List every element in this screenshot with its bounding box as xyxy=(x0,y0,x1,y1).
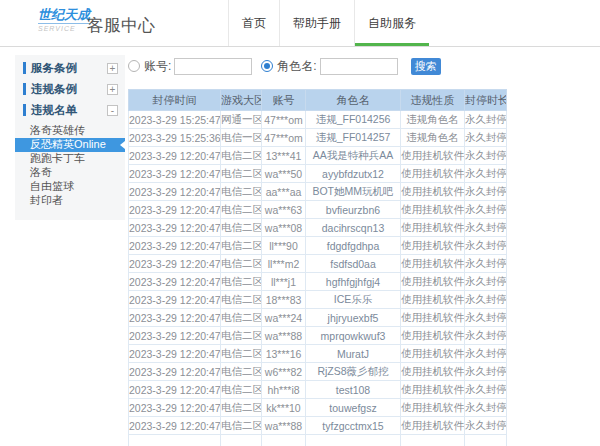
table-cell: 电信二区 xyxy=(221,363,262,381)
table-cell: 使用挂机软件 xyxy=(401,255,465,273)
account-label: 账号: xyxy=(144,58,171,75)
table-cell: 电信二区 xyxy=(221,147,262,165)
table-cell: 电信二区 xyxy=(221,165,262,183)
table-cell: 2023-3-29 12:20:47 xyxy=(129,309,221,327)
sidebar-section[interactable]: 违规名单- xyxy=(15,101,125,119)
table-cell: wa***24 xyxy=(262,309,306,327)
table-cell: AA我是特种兵AA xyxy=(306,147,401,165)
table-row: 2023-3-29 12:20:47电信二区kk***10touwefgsz使用… xyxy=(129,399,507,417)
sidebar-game-item[interactable]: 洛奇 xyxy=(15,166,125,180)
table-cell: 永久封停 xyxy=(465,111,507,129)
table-row: 2023-3-29 12:20:47电信二区w6***82RjZS8薇彡郁挖使用… xyxy=(129,363,507,381)
sidebar-game-item[interactable]: 跑跑卡丁车 xyxy=(15,152,125,166)
table-cell: 2023-3-29 12:20:47 xyxy=(129,273,221,291)
table-row: 2023-3-29 12:20:47电信二区wa***88mprqowkwuf3… xyxy=(129,327,507,345)
table-row: 2023-3-29 12:20:47电信二区wa***24jhjryuexbf5… xyxy=(129,309,507,327)
nav-tab[interactable]: 首页 xyxy=(228,0,279,46)
table-cell xyxy=(129,435,221,446)
search-button[interactable]: 搜索 xyxy=(411,58,441,75)
table-cell: 2023-3-29 15:25:36 xyxy=(129,129,221,147)
table-cell: 2023-3-29 12:20:47 xyxy=(129,381,221,399)
table-row: 2023-3-29 12:20:47电信二区wa***63bvfieurzbn6… xyxy=(129,201,507,219)
table-cell: 永久封停 xyxy=(465,129,507,147)
sidebar-section[interactable]: 违规条例+ xyxy=(15,80,125,98)
table-cell: 永久封停 xyxy=(465,147,507,165)
table-cell: MuratJ xyxy=(306,345,401,363)
table-cell: 电信二区 xyxy=(221,327,262,345)
role-input[interactable] xyxy=(320,58,398,75)
top-header: 世纪天成 SERVICE 客服中心 首页帮助手册自助服务 xyxy=(0,0,600,47)
sidebar-game-item[interactable]: 自由篮球 xyxy=(15,180,125,194)
table-row: 2023-3-29 12:20:47电信二区wa***50ayybfdzutx1… xyxy=(129,165,507,183)
sidebar-game-item[interactable]: 封印者 xyxy=(15,194,125,208)
table-cell: 2023-3-29 12:20:47 xyxy=(129,291,221,309)
table-cell: 13***16 xyxy=(262,345,306,363)
table-cell: touwefgsz xyxy=(306,399,401,417)
nav-tab[interactable]: 自助服务 xyxy=(354,0,429,46)
table-cell: 使用挂机软件 xyxy=(401,309,465,327)
site-logo: 世纪天成 SERVICE 客服中心 xyxy=(38,8,155,35)
table-cell xyxy=(262,435,306,446)
table-cell: 电信二区 xyxy=(221,381,262,399)
table-cell: 永久封停 xyxy=(465,237,507,255)
sidebar-game-item[interactable]: 反恐精英Online xyxy=(15,138,125,152)
table-cell: 2023-3-29 12:20:47 xyxy=(129,417,221,435)
main-content: 账号: 角色名: 搜索 封停时间游戏大区账号角色名违规性质封停时长 2023-3… xyxy=(128,57,506,446)
plus-icon[interactable]: + xyxy=(107,63,118,74)
table-cell: 47***om xyxy=(262,129,306,147)
column-header: 账号 xyxy=(262,90,306,111)
main-nav: 首页帮助手册自助服务 xyxy=(228,0,429,46)
ban-list-table: 封停时间游戏大区账号角色名违规性质封停时长 2023-3-29 15:25:47… xyxy=(128,89,507,446)
account-radio[interactable] xyxy=(128,60,140,72)
table-cell: 永久封停 xyxy=(465,201,507,219)
logo-brand-text: 世纪天成 xyxy=(38,8,90,24)
sidebar-section-label: 违规名单 xyxy=(31,103,77,118)
table-cell: 18***83 xyxy=(262,291,306,309)
table-cell: 47***om xyxy=(262,111,306,129)
table-cell: 违规角色名 xyxy=(401,111,465,129)
table-cell: 电信二区 xyxy=(221,309,262,327)
table-cell: 2023-3-29 12:20:47 xyxy=(129,237,221,255)
nav-tab[interactable]: 帮助手册 xyxy=(279,0,354,46)
selected-arrow-icon xyxy=(120,141,125,149)
sidebar-section[interactable]: 服务条例+ xyxy=(15,59,125,77)
sidebar-game-item[interactable]: 洛奇英雄传 xyxy=(15,124,125,138)
table-cell: 电信二区 xyxy=(221,237,262,255)
table-cell: 2023-3-29 12:20:47 xyxy=(129,147,221,165)
table-cell: RjZS8薇彡郁挖 xyxy=(306,363,401,381)
table-cell: 电信二区 xyxy=(221,201,262,219)
table-header-row: 封停时间游戏大区账号角色名违规性质封停时长 xyxy=(129,90,507,111)
table-cell: 电信二区 xyxy=(221,417,262,435)
table-cell: 使用挂机软件 xyxy=(401,327,465,345)
plus-icon[interactable]: + xyxy=(107,84,118,95)
role-radio[interactable] xyxy=(261,60,273,72)
column-header: 违规性质 xyxy=(401,90,465,111)
table-cell: ll***90 xyxy=(262,237,306,255)
table-cell: 电信二区 xyxy=(221,345,262,363)
table-cell xyxy=(465,435,507,446)
table-cell: bvfieurzbn6 xyxy=(306,201,401,219)
table-cell: 违规_FF014257 xyxy=(306,129,401,147)
table-row: 2023-3-29 12:20:47电信二区ll***j1hgfhfgjhfgj… xyxy=(129,273,507,291)
table-cell: 2023-3-29 15:25:47 xyxy=(129,111,221,129)
table-cell xyxy=(221,435,262,446)
account-input[interactable] xyxy=(174,58,252,75)
table-cell: BOT她MM玩机吧 xyxy=(306,183,401,201)
sidebar: 服务条例+违规条例+违规名单- 洛奇英雄传反恐精英Online跑跑卡丁车洛奇自由… xyxy=(15,55,125,220)
table-cell: 使用挂机软件 xyxy=(401,201,465,219)
logo-service-text: SERVICE xyxy=(38,25,90,33)
table-cell: kk***10 xyxy=(262,399,306,417)
table-cell: 2023-3-29 12:20:47 xyxy=(129,219,221,237)
table-cell: mprqowkwuf3 xyxy=(306,327,401,345)
table-cell: 使用挂机软件 xyxy=(401,165,465,183)
table-row: 2023-3-29 12:20:47电信二区wa***08dacihrscqn1… xyxy=(129,219,507,237)
logo-brand-block: 世纪天成 SERVICE xyxy=(38,8,90,33)
minus-icon[interactable]: - xyxy=(107,105,118,116)
table-cell: wa***88 xyxy=(262,327,306,345)
table-cell: 2023-3-29 12:20:47 xyxy=(129,165,221,183)
table-cell: 使用挂机软件 xyxy=(401,399,465,417)
role-label: 角色名: xyxy=(277,58,316,75)
table-cell: 使用挂机软件 xyxy=(401,273,465,291)
sidebar-section-label: 违规条例 xyxy=(31,82,77,97)
table-cell: wa***63 xyxy=(262,201,306,219)
